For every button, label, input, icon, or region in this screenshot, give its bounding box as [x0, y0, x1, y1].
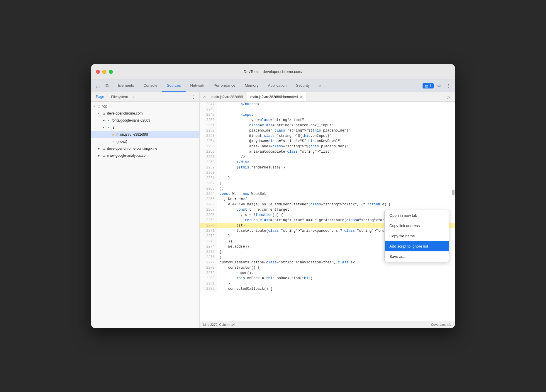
- tab-console[interactable]: Console: [139, 79, 162, 92]
- line-number: 2270: [200, 223, 217, 228]
- toggle-fonts[interactable]: ▶: [102, 119, 105, 122]
- line-code: [217, 107, 455, 112]
- maximize-button[interactable]: [109, 70, 113, 74]
- editor-tab-main-js-formatted[interactable]: main.js?v=e382d86f:formatted ✕: [247, 92, 306, 101]
- tab-memory[interactable]: Memory: [240, 79, 263, 92]
- context-menu: Open in new tab Copy link address Copy f…: [384, 210, 449, 262]
- sidebar-action-more[interactable]: ⋮: [190, 93, 197, 100]
- tree-label-fonts: fonts/google-sans-v2003: [112, 118, 150, 122]
- minimize-button[interactable]: [102, 70, 106, 74]
- tree-label-imgix: developer-chrome-com.imgix.ne: [107, 146, 157, 151]
- line-code: placeholder=class="string">"${this.place…: [217, 128, 455, 133]
- tree-item-ga[interactable]: ▶ ☁ www.google-analytics.com: [91, 152, 199, 159]
- line-number: 2281: [200, 281, 217, 286]
- tab-network[interactable]: Network: [186, 79, 209, 92]
- console-icon: ▤: [425, 84, 428, 88]
- line-code: }: [217, 281, 455, 286]
- device-icon[interactable]: ⧉: [103, 82, 111, 90]
- more-icon[interactable]: ⋮: [444, 82, 452, 90]
- line-code: const We = new WeakSet: [217, 191, 455, 197]
- line-number: 2248: [200, 107, 217, 112]
- line-code: ${this.renderResults()}: [217, 165, 455, 170]
- inspect-icon[interactable]: ⬚: [94, 82, 102, 90]
- cloud-icon-ga: ☁: [101, 153, 106, 158]
- sidebar-tab-more[interactable]: »: [133, 95, 134, 99]
- sidebar-tab-page[interactable]: Page: [92, 92, 108, 101]
- line-number: 2258: [200, 160, 217, 165]
- context-menu-save-as[interactable]: Save as...: [385, 251, 449, 262]
- file-icon-index: ▪: [111, 139, 116, 144]
- line-number: 2265: [200, 197, 217, 202]
- cloud-icon-developer: ☁: [101, 111, 106, 116]
- tab-security[interactable]: Security: [291, 79, 314, 92]
- context-menu-open-new-tab[interactable]: Open in new tab: [385, 210, 449, 221]
- tree-item-index[interactable]: ▪ (index): [91, 138, 199, 145]
- file-icon-main-js: ■: [111, 132, 116, 137]
- context-menu-copy-link[interactable]: Copy link address: [385, 221, 449, 231]
- console-badge[interactable]: ▤ 1: [423, 83, 434, 88]
- tree-label-main-js: main.js?v=e382d86f: [116, 132, 148, 137]
- line-number: 2279: [200, 270, 217, 276]
- line-code: aria-label=class="string">"${this.placeh…: [217, 144, 455, 149]
- line-code: );: [217, 186, 455, 191]
- tree-item-top[interactable]: ▼ ☐ top: [91, 103, 199, 110]
- code-container[interactable]: 2247 </button>22482249 <input2250 type=c…: [200, 102, 455, 321]
- sidebar-tab-filesystem[interactable]: Filesystem: [108, 92, 131, 101]
- line-number: 2267: [200, 207, 217, 212]
- settings-icon[interactable]: ⚙: [435, 82, 443, 90]
- tabbar-right: ▤ 1 ⚙ ⋮: [420, 79, 455, 92]
- toggle-imgix[interactable]: ▶: [97, 147, 101, 150]
- status-position: Line 2270, Column 14: [203, 323, 235, 326]
- window-title: DevTools - developer.chrome.com/: [244, 69, 302, 74]
- line-code: constructor() {: [217, 265, 455, 270]
- line-code: @keydown=class="string">"${this.onKeyDow…: [217, 139, 455, 144]
- line-number: 2254: [200, 139, 217, 144]
- line-number: 2266: [200, 202, 217, 207]
- tree-item-imgix[interactable]: ▶ ☁ developer-chrome-com.imgix.ne: [91, 145, 199, 152]
- editor-area: ◁ main.js?v=e382d86f main.js?v=e382d86f:…: [200, 92, 455, 328]
- tree-label-js: js: [112, 125, 114, 129]
- tab-more[interactable]: »: [314, 79, 326, 92]
- editor-tab-close[interactable]: ✕: [300, 95, 303, 99]
- tab-application[interactable]: Application: [263, 79, 291, 92]
- editor-tab-label-formatted: main.js?v=e382d86f:formatted: [250, 95, 298, 99]
- editor-tab-right: ▷: [444, 93, 455, 101]
- statusbar: Line 2270, Column 14 Coverage: n/a: [200, 321, 455, 328]
- line-code: this.onBack = this.onBack.bind(this): [217, 276, 455, 281]
- tree-label-ga: www.google-analytics.com: [107, 154, 148, 158]
- scrollbar[interactable]: [452, 190, 455, 195]
- toggle-top[interactable]: ▼: [92, 105, 96, 108]
- toggle-developer-chrome[interactable]: ▼: [97, 112, 101, 115]
- titlebar: DevTools - developer.chrome.com/: [91, 64, 455, 79]
- devtools-window: DevTools - developer.chrome.com/ ⬚ ⧉ Ele…: [91, 64, 455, 328]
- line-number: 2257: [200, 154, 217, 160]
- tree-label-top: top: [102, 104, 107, 108]
- line-number: 2250: [200, 117, 217, 123]
- toolbar-icons: ⬚ ⧉: [91, 79, 113, 92]
- toggle-main-js: [106, 133, 110, 136]
- tree-label-developer-chrome: developer.chrome.com: [107, 111, 143, 115]
- toggle-ga[interactable]: ▶: [97, 154, 101, 157]
- tree-item-fonts[interactable]: ▶ ▪ fonts/google-sans-v2003: [91, 117, 199, 124]
- tree-item-developer-chrome-com[interactable]: ▼ ☁ developer.chrome.com: [91, 110, 199, 117]
- line-number: 2271: [200, 228, 217, 234]
- tab-elements[interactable]: Elements: [113, 79, 139, 92]
- editor-tab-main-js-raw[interactable]: main.js?v=e382d86f: [208, 92, 247, 101]
- line-code: @input=class="string">"${this.onInput}": [217, 133, 455, 139]
- line-number: 2251: [200, 123, 217, 128]
- tab-performance[interactable]: Performance: [209, 79, 240, 92]
- context-menu-copy-filename[interactable]: Copy file name: [385, 231, 449, 241]
- line-code: super(),: [217, 270, 455, 276]
- line-number: 2278: [200, 265, 217, 270]
- collapse-icon[interactable]: ▷: [444, 93, 452, 101]
- toggle-js[interactable]: ▼: [102, 126, 105, 129]
- tree-item-main-js[interactable]: ■ main.js?v=e382d86f: [91, 131, 199, 138]
- file-tree: ▼ ☐ top ▼ ☁ developer.chrome.com ▶ ▪ fon…: [91, 102, 199, 328]
- line-number: 2268: [200, 212, 217, 218]
- editor-toggle-left[interactable]: ◁: [200, 93, 208, 101]
- line-number: 2253: [200, 133, 217, 139]
- context-menu-add-ignore[interactable]: Add script to ignore list: [385, 241, 449, 251]
- close-button[interactable]: [96, 70, 100, 74]
- tree-item-js[interactable]: ▼ ▪ js: [91, 124, 199, 131]
- tab-sources[interactable]: Sources: [162, 79, 186, 92]
